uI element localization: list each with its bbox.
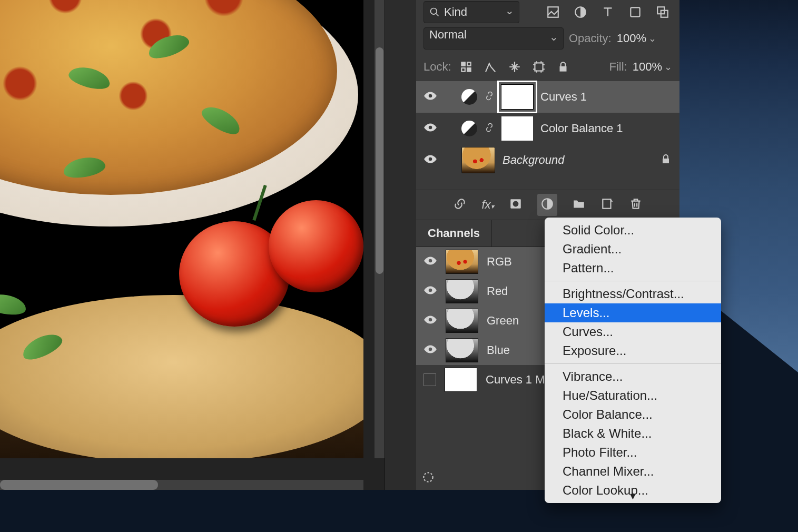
filter-adjustment-layers-icon[interactable] — [571, 3, 590, 22]
visibility-toggle[interactable] — [423, 313, 437, 329]
lock-icon[interactable] — [659, 153, 672, 168]
lock-artboard-button[interactable] — [529, 57, 548, 76]
new-layer-button[interactable] — [600, 197, 614, 213]
filter-smartobject-layers-icon[interactable] — [653, 3, 672, 22]
channel-name: RGB — [487, 255, 512, 269]
canvas-vertical-scrollbar[interactable] — [375, 0, 385, 458]
chevron-down-icon: ⌄ — [648, 33, 656, 44]
menu-item-color-balance[interactable]: Color Balance... — [545, 405, 721, 424]
layers-panel-footer: fx▾ — [416, 190, 679, 220]
layer-styles-button[interactable]: fx▾ — [481, 198, 494, 212]
svg-point-24 — [429, 348, 432, 351]
visibility-toggle[interactable] — [423, 373, 436, 386]
channel-thumbnail — [446, 250, 478, 274]
menu-item-curves[interactable]: Curves... — [545, 322, 721, 341]
svg-rect-16 — [663, 159, 669, 163]
menu-item-hue-saturation[interactable]: Hue/Saturation... — [545, 386, 721, 405]
filter-shape-layers-icon[interactable] — [626, 3, 645, 22]
svg-point-13 — [429, 94, 432, 98]
menu-item-solid-color[interactable]: Solid Color... — [545, 221, 721, 240]
layer-row-curves-1[interactable]: Curves 1 — [416, 81, 679, 113]
menu-item-vibrance[interactable]: Vibrance... — [545, 367, 721, 386]
tab-channels[interactable]: Channels — [416, 220, 492, 247]
menu-item-channel-mixer[interactable]: Channel Mixer... — [545, 462, 721, 481]
layer-row-color-balance-1[interactable]: Color Balance 1 — [416, 113, 679, 144]
svg-rect-11 — [535, 63, 543, 71]
layer-name[interactable]: Background — [503, 153, 564, 167]
lock-transparency-button[interactable] — [457, 57, 476, 76]
visibility-toggle[interactable] — [423, 89, 437, 105]
svg-rect-20 — [603, 199, 610, 208]
layer-mask-link-icon[interactable] — [485, 89, 494, 105]
svg-line-1 — [436, 14, 439, 16]
channel-thumbnail — [446, 338, 478, 362]
chevron-down-icon: ⌄ — [664, 61, 672, 73]
layer-mask-link-icon[interactable] — [485, 121, 494, 136]
new-adjustment-layer-menu: Solid Color... Gradient... Pattern... Br… — [545, 218, 721, 503]
visibility-toggle[interactable] — [423, 152, 437, 168]
channel-name: Green — [487, 314, 519, 328]
lock-all-button[interactable] — [554, 57, 573, 76]
opacity-field[interactable]: 100% ⌄ — [617, 32, 656, 45]
fill-value: 100% — [633, 60, 662, 74]
menu-item-black-white[interactable]: Black & White... — [545, 424, 721, 443]
blend-mode-value: Normal — [429, 28, 467, 41]
layer-filter-kind-dropdown[interactable]: Kind — [423, 1, 519, 23]
opacity-label: Opacity: — [569, 32, 612, 45]
menu-item-levels[interactable]: Levels... — [545, 303, 721, 322]
menu-item-gradient[interactable]: Gradient... — [545, 240, 721, 259]
visibility-toggle[interactable] — [423, 283, 437, 299]
menu-separator — [545, 281, 721, 281]
channel-thumbnail — [445, 368, 477, 392]
svg-rect-9 — [461, 68, 465, 72]
adjustment-layer-icon — [461, 89, 477, 105]
svg-point-18 — [513, 201, 518, 207]
vertical-scroll-thumb[interactable] — [376, 47, 383, 274]
horizontal-scroll-thumb[interactable] — [0, 480, 158, 490]
link-layers-button[interactable] — [453, 197, 467, 213]
layer-mask-thumbnail[interactable] — [501, 85, 533, 109]
channel-name: Red — [487, 284, 508, 298]
menu-scroll-down-icon[interactable]: ▼ — [545, 491, 721, 502]
canvas-horizontal-scrollbar[interactable] — [0, 480, 363, 490]
delete-layer-button[interactable] — [629, 197, 643, 213]
new-adjustment-layer-button[interactable] — [537, 194, 557, 216]
document-image[interactable] — [0, 0, 363, 458]
menu-item-exposure[interactable]: Exposure... — [545, 341, 721, 360]
svg-rect-10 — [467, 68, 471, 72]
lock-image-button[interactable] — [481, 57, 500, 76]
blend-mode-dropdown[interactable]: Normal — [423, 27, 564, 50]
svg-rect-12 — [559, 66, 566, 72]
visibility-toggle[interactable] — [423, 254, 437, 270]
panel-gutter — [385, 0, 417, 490]
svg-point-23 — [429, 318, 432, 322]
filter-type-layers-icon[interactable] — [598, 3, 617, 22]
layer-name[interactable]: Color Balance 1 — [540, 122, 623, 135]
lock-position-button[interactable] — [505, 57, 524, 76]
layer-filter-label: Kind — [444, 5, 467, 19]
visibility-toggle[interactable] — [423, 342, 437, 358]
svg-point-14 — [429, 126, 432, 130]
filter-pixel-layers-icon[interactable] — [544, 3, 563, 22]
svg-rect-4 — [630, 7, 639, 16]
svg-point-21 — [429, 259, 432, 263]
fill-field[interactable]: 100% ⌄ — [633, 60, 672, 74]
lock-label: Lock: — [423, 60, 451, 74]
menu-item-photo-filter[interactable]: Photo Filter... — [545, 443, 721, 462]
load-channel-selection-button[interactable] — [421, 470, 435, 486]
add-mask-button[interactable] — [509, 197, 523, 213]
visibility-toggle[interactable] — [423, 121, 437, 136]
menu-item-pattern[interactable]: Pattern... — [545, 259, 721, 278]
channels-panel-footer — [421, 470, 435, 486]
adjustment-layer-icon — [461, 121, 477, 136]
fill-label: Fill: — [609, 60, 627, 74]
svg-rect-8 — [467, 62, 471, 66]
document-canvas-area — [0, 0, 385, 490]
layer-name[interactable]: Curves 1 — [540, 90, 587, 104]
svg-point-25 — [423, 472, 432, 481]
layer-thumbnail[interactable] — [461, 147, 495, 173]
new-group-button[interactable] — [572, 197, 586, 213]
layer-row-background[interactable]: Background — [416, 144, 679, 176]
menu-item-brightness-contrast[interactable]: Brightness/Contrast... — [545, 284, 721, 303]
layer-mask-thumbnail[interactable] — [501, 116, 533, 141]
